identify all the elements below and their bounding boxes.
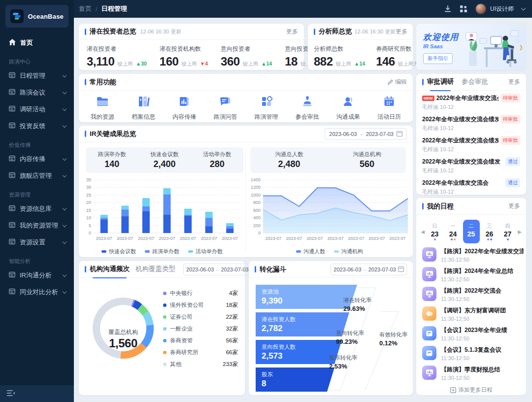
edit-button[interactable]: 编辑 xyxy=(388,78,407,86)
schedule-event[interactable]: 【会议】5.1.3复盘会议11:30-12:50 xyxy=(422,346,520,361)
more-link[interactable]: 更多 xyxy=(508,78,520,86)
user-name[interactable]: UI设计师 xyxy=(490,5,514,13)
sidebar-item-my-resources[interactable]: 我的资源管理 xyxy=(0,217,74,234)
calendar-day-25[interactable]: 二25 xyxy=(463,220,480,243)
metric-delta: ▲30 xyxy=(136,61,147,67)
my-resources-icon xyxy=(9,222,15,230)
sidebar-item-roadshow-meeting[interactable]: 路演会议 xyxy=(0,84,74,101)
schedule-event[interactable]: 【路演】2022年交流会11:30-12:50 xyxy=(422,287,520,302)
common-function-内容传播[interactable]: 内容传播 xyxy=(169,95,199,121)
approval-item[interactable]: 2022年全年业绩发交流会绩发待审批毛梓涵 10-12 xyxy=(422,136,520,153)
sidebar-item-home[interactable]: 首页 xyxy=(0,34,74,51)
approval-list: NEW2022年全年业绩发交流会绩...待审批毛梓涵 10-122022年全年业… xyxy=(416,91,526,196)
common-function-参会审批[interactable]: 参会审批 xyxy=(293,95,322,121)
content-spread-icon xyxy=(9,155,15,163)
more-link[interactable]: 更多 xyxy=(396,28,407,36)
sidebar-item-ir-communication-analysis[interactable]: IR沟通分析 xyxy=(0,267,74,284)
legend-dot xyxy=(163,315,166,319)
user-avatar[interactable] xyxy=(475,3,486,14)
donut-legend-券商研究所[interactable]: 券商研究所66家 xyxy=(163,349,238,356)
title-accent xyxy=(422,203,424,209)
donut-legend-证券公司[interactable]: 证券公司22家 xyxy=(163,313,238,321)
sidebar-item-label: 投资反馈 xyxy=(20,122,45,131)
approval-item[interactable]: 2022年全年业绩发交流会通过毛梓涵 10-12 xyxy=(422,178,520,196)
metric-note: 较上周 xyxy=(243,61,259,67)
date-range-picker[interactable]: 2023-06-03–2023-07-03 xyxy=(331,264,407,275)
calendar-prev-icon[interactable]: ◀ xyxy=(420,229,425,234)
tab-approval-survey[interactable]: 审批调研 xyxy=(427,77,454,87)
sidebar-item-resource-library[interactable]: 资源信息库 xyxy=(0,201,74,217)
common-function-档案信息[interactable]: 档案信息 xyxy=(129,95,158,121)
donut-legend-中央银行[interactable]: 中央银行4家 xyxy=(163,290,238,297)
schedule-event[interactable]: 【路演】2022年全年业绩发交流会11:30-12:50 xyxy=(422,247,520,263)
calendar-next-icon[interactable]: ▶ xyxy=(517,229,522,234)
svg-text:2023-07: 2023-07 xyxy=(201,236,217,241)
sidebar-item-resource-settings[interactable]: 资源设置 xyxy=(0,234,74,251)
beginner-guide-button[interactable]: 新手指引 xyxy=(423,53,453,64)
sidebar-item-schedule-management[interactable]: 日程管理 xyxy=(0,67,74,84)
download-icon[interactable] xyxy=(444,5,452,13)
date-range-picker[interactable]: 2023-06-03–2023-07-03 xyxy=(183,264,260,275)
apps-grid-icon[interactable] xyxy=(460,5,467,13)
sidebar-item-flagship-store[interactable]: 旗舰店管理 xyxy=(0,168,74,184)
tab-communication-frequency[interactable]: 机构沟通频次 xyxy=(90,265,130,274)
common-function-我的资源[interactable]: 我的资源 xyxy=(88,95,117,121)
legend-item-快速会议数[interactable]: 快速会议数 xyxy=(101,248,136,255)
calendar-day-27[interactable]: 四27 xyxy=(499,220,516,243)
common-function-活动日历[interactable]: 活动日历 xyxy=(374,95,404,121)
sidebar-item-peer-comparison[interactable]: 同业对比分析 xyxy=(0,284,74,301)
breadcrumb-separator: / xyxy=(96,5,98,13)
schedule-event[interactable]: 【路演】2024年全年业总结11:30-12:50 xyxy=(422,267,520,282)
common-function-路演管理[interactable]: 路演管理 xyxy=(252,95,281,121)
sidebar-item-investment-feedback[interactable]: 投资反馈 xyxy=(0,118,74,134)
legend-item-路演举办数[interactable]: 路演举办数 xyxy=(145,248,179,255)
schedule-event[interactable]: 【会议】2023年全年业绩11:30-12:50 xyxy=(422,326,520,341)
tab-meeting-approval[interactable]: 参会审批 xyxy=(462,77,488,87)
title-accent xyxy=(314,29,315,35)
date-range-picker[interactable]: 2023-06-03–2023-07-03 xyxy=(325,128,407,140)
legend-swatch xyxy=(101,250,106,253)
schedule-event[interactable]: 【调研】东方财富调研团11:30-12:50 xyxy=(422,306,520,322)
status-badge: 待审批 xyxy=(500,115,520,124)
ir-stat-路演举办数: 路演举办数140 xyxy=(86,151,138,169)
brand-logo[interactable]: OceanBase xyxy=(5,5,68,28)
legend-item-沟通机构[interactable]: 沟通机构 xyxy=(334,248,363,255)
schedule-event-body: 【调研】东方财富调研团11:30-12:50 xyxy=(441,306,506,322)
more-link[interactable]: 更多 xyxy=(286,28,298,36)
donut-legend-其他[interactable]: 其他233家 xyxy=(163,361,238,368)
legend-item-沟通人数[interactable]: 沟通人数 xyxy=(296,248,325,255)
common-function-label: 档案信息 xyxy=(132,113,155,121)
add-schedule-button[interactable]: 添加更多日程 xyxy=(416,385,526,394)
sidebar-item-content-spread[interactable]: 内容传播 xyxy=(0,151,74,168)
line-chart-legend: 沟通人数沟通机构 xyxy=(248,248,411,255)
calendar-day-23[interactable]: 日23 xyxy=(427,220,443,243)
legend-dot xyxy=(163,363,166,366)
calendar-day-26[interactable]: 三26 xyxy=(481,220,498,243)
svg-text:25: 25 xyxy=(86,193,91,198)
approval-panel: 审批调研 参会审批 更多 NEW2022年全年业绩发交流会绩...待审批毛梓涵 … xyxy=(416,74,526,195)
legend-label: 券商研究所 xyxy=(170,349,199,356)
calendar-day-24[interactable]: 一24 xyxy=(445,220,462,243)
common-function-路演问答[interactable]: 路演问答 xyxy=(210,95,240,121)
chevron-down-icon[interactable] xyxy=(521,6,526,11)
tab-coverage-type[interactable]: 机构覆盖类型 xyxy=(135,265,175,274)
legend-item-活动举办数[interactable]: 活动举办数 xyxy=(188,248,223,255)
schedule-event[interactable]: 【路演】季度财报总结11:30-12:50 xyxy=(422,366,520,381)
donut-legend-券商资管[interactable]: 券商资管56家 xyxy=(163,337,238,344)
approval-item[interactable]: NEW2022年全年业绩发交流会绩...待审批毛梓涵 10-12 xyxy=(422,94,520,111)
donut-legend-一般企业[interactable]: 一般企业32家 xyxy=(163,325,238,333)
divider xyxy=(245,147,246,251)
schedule-event-time: 11:30-12:50 xyxy=(441,335,507,341)
approval-item[interactable]: 2022年全年业绩发交流会绩发待审批毛梓涵 10-12 xyxy=(422,115,520,132)
more-link[interactable]: 更多 xyxy=(508,202,520,210)
sidebar-collapse-button[interactable] xyxy=(0,385,74,402)
breadcrumb-home[interactable]: 首页 xyxy=(79,4,92,13)
stat-label: 快速会议数 xyxy=(138,151,191,158)
bar-chart-legend: 快速会议数路演举办数活动举办数 xyxy=(81,248,243,255)
roadshow-meeting-icon xyxy=(9,89,15,97)
donut-legend-境外投资公司[interactable]: 境外投资公司18家 xyxy=(163,302,238,309)
collapse-sidebar-icon xyxy=(7,389,15,398)
approval-item[interactable]: 2022年全年业绩发交流会绩发通过毛梓涵 10-12 xyxy=(422,157,520,174)
common-function-沟通成果[interactable]: 沟通成果 xyxy=(333,95,363,121)
sidebar-item-survey-activity[interactable]: 调研活动 xyxy=(0,101,74,118)
